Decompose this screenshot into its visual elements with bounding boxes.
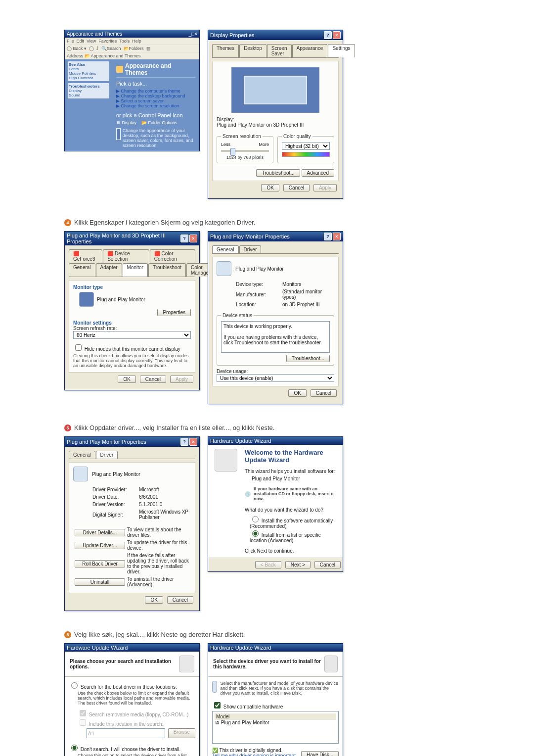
cancel-button[interactable]: Cancel [140,376,166,383]
wizard-device: Plug and Play Monitor [252,476,339,481]
properties-button[interactable]: Properties [157,309,191,316]
help-icon[interactable]: ? [180,235,188,242]
troubleshoot-button[interactable]: Troubleshoot... [286,355,330,362]
close-icon[interactable]: × [189,438,197,446]
close-icon[interactable]: × [194,31,197,37]
driver-details-button[interactable]: Driver Details... [75,529,125,536]
tab-general[interactable]: General [69,451,95,459]
hidemodes-label: Hide modes that this monitor cannot disp… [85,346,180,352]
help-icon[interactable]: ? [180,438,188,446]
task-theme[interactable]: ▶ Change the computer's theme [116,89,195,94]
device-name: Plug and Play Monitor [235,266,284,272]
wiz3-head: Select the device driver you want to ins… [213,659,324,669]
category-header: Appearance and Themes [116,62,195,78]
tab-devsel[interactable]: 🟥 Device Selection [103,249,149,263]
cancel-button[interactable]: Cancel [311,389,337,397]
pnp3d-title: Plug and Play Monitor and 3D Prophet III… [67,233,180,244]
window-controls: _□× [189,31,197,37]
update-driver-button[interactable]: Update Driver... [75,542,125,549]
cp-folder-options[interactable]: 📂 Folder Options [141,120,178,125]
pick-task-heading: Pick a task... [116,81,195,87]
tab-appearance[interactable]: Appearance [292,44,328,57]
tab-desktop[interactable]: Desktop [239,44,267,57]
seealso-box: See AlsoFontsMouse PointersHigh Contrast [68,61,109,81]
tab-monitor[interactable]: Monitor [123,263,148,277]
help-icon[interactable]: ? [324,31,332,39]
wiz3-text: Select the manufacturer and model of you… [220,681,339,696]
back-button[interactable]: < Back [255,561,281,568]
pnpgen-title: Plug and Play Monitor Properties [210,234,290,239]
paint-icon [116,66,123,73]
refresh-label: Screen refresh rate: [73,326,191,331]
tab-settings[interactable]: Settings [328,44,355,57]
display-cp-icon[interactable] [116,128,121,140]
next-button[interactable]: Next > [285,561,311,568]
display-tabs: Themes Desktop Screen Saver Appearance S… [212,44,339,58]
radio-dontsearch[interactable] [71,745,78,751]
troubleshoot-button[interactable]: Troubleshoot... [256,169,300,177]
tab-driver[interactable]: Driver [96,451,118,459]
tab-driver[interactable]: Driver [239,245,262,253]
screenres-legend: Screen resolution [221,134,263,139]
slider-thumb[interactable] [230,148,235,156]
apply-button[interactable]: Apply [170,376,193,383]
close-icon[interactable]: × [333,233,341,240]
model-item[interactable]: 🖥 Plug and Play Monitor [215,720,336,725]
tab-general[interactable]: General [212,245,239,253]
tab-screensaver[interactable]: Screen Saver [267,44,292,57]
cp-display[interactable]: 🖥 Display [116,120,136,125]
deviceusage-select[interactable]: Use this device (enable) [217,374,334,382]
tab-general[interactable]: General [69,263,95,277]
appearance-themes-window: Appearance and Themes _□× File Edit View… [64,30,200,151]
ok-button[interactable]: OK [118,376,135,383]
cancel-button[interactable]: Cancel [167,596,193,604]
apply-button[interactable]: Apply [313,184,337,191]
devicestatus-box: This device is working properly. If you … [221,321,330,353]
wiz1-title: Hardware Update Wizard [210,438,271,444]
close-icon[interactable]: × [189,235,197,242]
help-icon[interactable]: ? [324,233,332,240]
radio-search[interactable] [71,682,78,689]
wiz3-title: Hardware Update Wizard [210,645,271,651]
resolution-slider[interactable] [221,150,269,152]
hidemodes-checkbox[interactable] [75,344,82,351]
task-resolution[interactable]: ▶ Change the screen resolution [116,103,195,108]
pnpdrv-title: Plug and Play Monitor Properties [67,439,146,445]
refresh-select[interactable]: 60 Hertz [73,331,191,339]
cancel-button[interactable]: Cancel [283,184,310,191]
cancel-button[interactable]: Cancel [314,561,341,568]
tab-themes[interactable]: Themes [212,44,239,57]
color-quality-select[interactable]: Highest (32 bit) [282,142,330,150]
ok-button[interactable]: OK [261,184,279,191]
tab-troubleshoot[interactable]: Troubleshoot [148,263,186,277]
close-icon[interactable]: × [333,31,341,39]
ok-button[interactable]: OK [145,596,163,604]
task-background[interactable]: ▶ Change the desktop background [116,94,195,98]
task-screensaver[interactable]: ▶ Select a screen saver [116,98,195,103]
cd-icon: 💿 [245,491,251,497]
model-list[interactable]: Model 🖥 Plug and Play Monitor [212,711,339,744]
signing-link[interactable]: Tell me why driver signing is important [212,753,296,756]
monitor-icon [79,292,94,307]
uninstall-button[interactable]: Uninstall [75,578,125,586]
monitorsettings-label: Monitor settings [73,320,191,326]
hardware-wizard-search: Hardware Update Wizard Please choose you… [64,643,200,756]
device-name: Plug and Play Monitor [92,472,140,477]
radio-advanced[interactable] [252,530,259,537]
explorer-address: Address 📂 Appearance and Themes [65,52,199,59]
rollback-driver-button[interactable]: Roll Back Driver [75,560,125,567]
deviceusage-label: Device usage: [217,369,334,374]
radio-auto[interactable] [252,516,259,522]
step6-bullet: 6 [64,631,71,638]
path-input [87,728,165,738]
have-disk-button[interactable]: Have Disk... [301,751,339,756]
wizard-welcome: Welcome to the Hardware Update Wizard [245,449,339,464]
show-compatible-checkbox[interactable] [214,702,221,709]
ok-button[interactable]: OK [288,389,306,397]
explorer-main: Appearance and Themes Pick a task... ▶ C… [112,59,199,151]
tab-colorcorr[interactable]: 🟥 Color Correction [150,249,195,263]
tab-geforce3[interactable]: 🟥 GeForce3 [69,249,102,263]
tab-adapter[interactable]: Adapter [96,263,122,277]
resolution-text: 1024 by 768 pixels [221,155,269,160]
advanced-button[interactable]: Advanced [302,169,334,177]
